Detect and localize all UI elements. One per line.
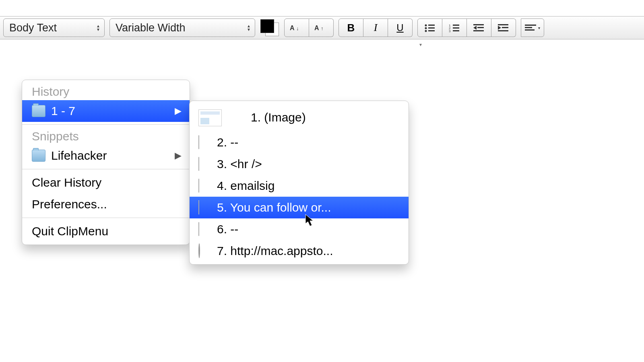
svg-rect-11	[453, 25, 459, 26]
svg-text:3: 3	[449, 29, 451, 32]
text-file-icon	[198, 136, 210, 149]
history-item[interactable]: 6. --	[190, 218, 409, 240]
svg-point-8	[425, 30, 427, 32]
increase-font-size-button[interactable]: A↑	[309, 19, 334, 37]
svg-text:A: A	[290, 25, 295, 31]
text-style-group: B I U	[339, 19, 413, 37]
svg-point-6	[425, 27, 427, 29]
snippets-folder-item[interactable]: Lifehacker ▶	[22, 145, 190, 167]
history-item-label: 2. --	[217, 136, 238, 149]
italic-button[interactable]: I	[363, 19, 388, 37]
decrease-font-size-button[interactable]: A↓	[284, 19, 309, 37]
svg-text:↓: ↓	[296, 25, 299, 31]
folder-icon	[32, 150, 45, 162]
text-file-icon	[198, 157, 210, 171]
bullet-list-button[interactable]	[417, 19, 442, 37]
formatting-toolbar: Body Text ▲▼ Variable Width ▲▼ A↓ A↑ B I…	[0, 16, 644, 39]
quit-item[interactable]: Quit ClipMenu	[22, 220, 190, 242]
menu-separator	[22, 218, 190, 218]
font-family-select[interactable]: Variable Width ▲▼	[109, 19, 255, 37]
svg-rect-15	[453, 30, 459, 31]
outdent-icon	[473, 23, 485, 32]
svg-rect-9	[428, 30, 435, 31]
underline-icon: U	[396, 22, 403, 33]
history-range-label: 1 - 7	[51, 104, 75, 118]
paragraph-style-select[interactable]: Body Text ▲▼	[3, 19, 105, 37]
clipmenu-main-menu: History 1 - 7 ▶ Snippets Lifehacker ▶ Cl…	[22, 80, 190, 245]
svg-rect-18	[477, 27, 484, 28]
chevron-updown-icon: ▲▼	[247, 24, 251, 31]
text-file-icon	[198, 222, 210, 236]
align-left-icon	[525, 24, 537, 32]
clear-history-label: Clear History	[32, 176, 101, 189]
svg-rect-5	[428, 25, 435, 26]
indent-button[interactable]	[491, 19, 516, 37]
numbered-list-icon: 1 2 3	[449, 23, 460, 32]
history-item[interactable]: 7. http://mac.appsto...	[190, 240, 409, 262]
svg-marker-21	[498, 26, 501, 30]
snippets-folder-label: Lifehacker	[51, 149, 107, 162]
svg-rect-13	[453, 27, 459, 29]
svg-marker-17	[473, 26, 477, 30]
font-family-value: Variable Width	[116, 22, 186, 34]
font-size-group: A↓ A↑	[284, 19, 334, 37]
history-item-label: 4. emailsig	[217, 179, 275, 193]
color-swatch[interactable]	[260, 19, 279, 37]
history-item[interactable]: 4. emailsig	[190, 175, 409, 197]
history-item-label: 6. --	[217, 222, 238, 236]
svg-rect-25	[525, 27, 532, 28]
paragraph-style-value: Body Text	[9, 22, 57, 34]
text-file-icon	[198, 201, 210, 214]
svg-rect-16	[473, 24, 484, 25]
italic-icon: I	[374, 22, 378, 34]
quit-label: Quit ClipMenu	[32, 224, 108, 238]
history-item-label: 5. You can follow or...	[217, 201, 331, 214]
numbered-list-button[interactable]: 1 2 3	[442, 19, 467, 37]
history-item[interactable]: 2. --	[190, 132, 409, 153]
folder-icon	[32, 105, 45, 117]
text-file-icon	[198, 179, 210, 193]
indent-icon	[498, 23, 509, 32]
svg-rect-22	[502, 27, 508, 28]
menu-separator	[22, 169, 190, 169]
svg-rect-23	[498, 30, 508, 31]
svg-text:↑: ↑	[321, 25, 324, 31]
history-item[interactable]: 1. (Image)	[190, 103, 409, 132]
chevron-updown-icon: ▲▼	[96, 24, 100, 31]
bullet-list-icon	[424, 23, 436, 32]
align-group: ▾	[521, 19, 544, 37]
history-submenu: 1. (Image)2. --3. <hr />4. emailsig5. Yo…	[189, 101, 409, 265]
preferences-label: Preferences...	[32, 197, 107, 211]
bold-button[interactable]: B	[339, 19, 363, 37]
history-section-label: History	[22, 82, 190, 100]
list-indent-group: 1 2 3	[417, 19, 516, 37]
svg-rect-26	[525, 29, 535, 31]
clear-history-item[interactable]: Clear History	[22, 172, 190, 193]
history-item-label: 7. http://mac.appsto...	[217, 244, 333, 258]
svg-text:A: A	[314, 25, 319, 31]
submenu-arrow-icon: ▶	[175, 106, 182, 116]
image-thumbnail-icon	[198, 109, 243, 125]
menu-separator	[22, 124, 190, 125]
history-item[interactable]: 5. You can follow or...	[190, 197, 409, 218]
snippets-section-label: Snippets	[22, 127, 190, 145]
svg-rect-20	[498, 24, 508, 25]
outdent-button[interactable]	[467, 19, 491, 37]
foreground-color-icon	[260, 19, 274, 33]
svg-rect-24	[525, 25, 536, 26]
svg-rect-19	[473, 30, 484, 31]
history-item[interactable]: 3. <hr />	[190, 153, 409, 175]
dropdown-caret-icon: ▾	[538, 26, 540, 30]
globe-icon	[198, 244, 210, 258]
svg-point-4	[425, 25, 427, 27]
history-range-item[interactable]: 1 - 7 ▶	[22, 100, 190, 122]
align-button[interactable]: ▾	[521, 19, 544, 37]
overflow-indicator-icon: ▾	[419, 42, 422, 47]
bold-icon: B	[347, 22, 355, 34]
underline-button[interactable]: U	[388, 19, 413, 37]
preferences-item[interactable]: Preferences...	[22, 193, 190, 215]
svg-rect-7	[428, 27, 435, 29]
submenu-arrow-icon: ▶	[175, 150, 182, 161]
history-item-label: 3. <hr />	[217, 157, 262, 171]
history-item-label: 1. (Image)	[251, 111, 306, 124]
